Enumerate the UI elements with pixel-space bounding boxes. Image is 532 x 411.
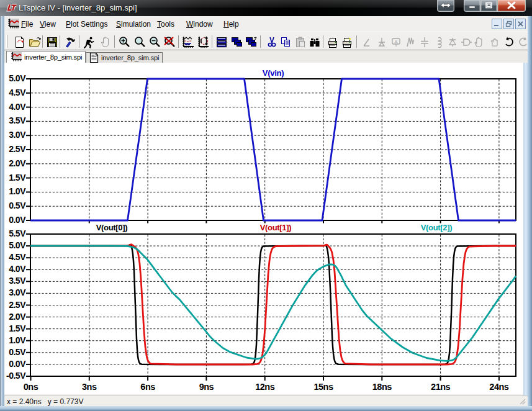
svg-text:1.0V: 1.0V [9,335,26,345]
svg-text:0.5V: 0.5V [9,201,26,210]
svg-text:18ns: 18ns [372,382,392,392]
svg-text:4.0V: 4.0V [9,102,26,112]
svg-text:15ns: 15ns [313,382,333,392]
svg-text:V(out[1]): V(out[1]) [260,223,292,232]
svg-text:3.0V: 3.0V [9,130,26,140]
svg-text:5.5V: 5.5V [9,228,26,238]
svg-text:0.0V: 0.0V [9,359,26,369]
svg-text:2.5V: 2.5V [9,144,26,154]
svg-text:V(out[0]): V(out[0]) [96,223,128,232]
svg-text:V(out[2]): V(out[2]) [421,223,453,232]
svg-text:0.5V: 0.5V [9,347,26,357]
svg-text:V(vin): V(vin) [263,68,284,78]
svg-text:9ns: 9ns [199,382,214,392]
svg-text:1.5V: 1.5V [9,323,26,333]
svg-text:4.5V: 4.5V [9,88,26,97]
svg-text:5.0V: 5.0V [9,73,26,83]
svg-text:3.5V: 3.5V [9,276,26,286]
svg-text:2.0V: 2.0V [9,312,26,322]
svg-text:24ns: 24ns [489,382,508,392]
svg-text:0.0V: 0.0V [9,215,26,225]
svg-text:6ns: 6ns [140,382,155,392]
svg-text:3.0V: 3.0V [9,287,26,297]
svg-text:4.0V: 4.0V [9,264,26,274]
svg-text:12ns: 12ns [255,382,274,392]
svg-text:4.5V: 4.5V [9,252,26,262]
svg-text:5.0V: 5.0V [9,240,26,250]
svg-text:3ns: 3ns [82,382,97,392]
svg-text:1.0V: 1.0V [9,186,26,196]
svg-text:1.5V: 1.5V [9,173,26,183]
svg-text:-0.5V: -0.5V [6,371,26,381]
svg-text:A: A [394,39,398,45]
svg-text:21ns: 21ns [431,382,450,392]
svg-text:3.5V: 3.5V [9,115,26,125]
svg-text:0ns: 0ns [24,382,38,392]
svg-text:2.5V: 2.5V [9,300,26,310]
svg-text:2.0V: 2.0V [9,158,26,168]
